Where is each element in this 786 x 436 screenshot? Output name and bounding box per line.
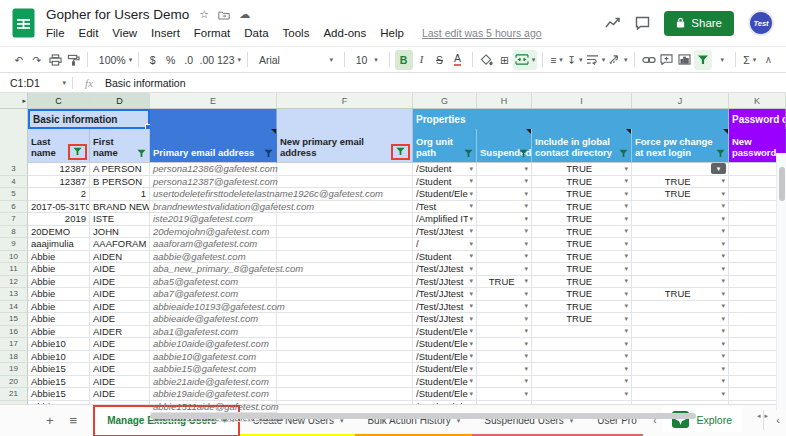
dropdown-caret-icon[interactable]: ▾ xyxy=(524,390,528,398)
vertical-align-button[interactable]: ↧▾ xyxy=(565,50,584,70)
header-first-name[interactable]: First name xyxy=(90,129,150,163)
menu-add-ons[interactable]: Add-ons xyxy=(323,27,366,39)
cell-org-unit-path[interactable]: /Student/Eler▾ xyxy=(413,388,477,401)
cell-include-directory[interactable]: ▾ xyxy=(532,351,632,364)
cell-include-directory[interactable]: TRUE▾ xyxy=(532,176,632,189)
cell-new-primary-email[interactable] xyxy=(277,388,413,401)
cell-first-name[interactable]: AIDE xyxy=(90,263,150,276)
dropdown-caret-icon[interactable]: ▾ xyxy=(524,177,528,185)
merge-cells-button[interactable]: ▾ xyxy=(513,50,536,70)
cell-first-name[interactable]: AIDE xyxy=(90,351,150,364)
unhide-columns-icon[interactable]: ▸ xyxy=(22,97,26,105)
header-last-name[interactable]: Last name xyxy=(28,129,90,163)
cell-last-name[interactable]: Abbie15 xyxy=(28,376,90,389)
dropdown-caret-icon[interactable]: ▾ xyxy=(624,165,628,173)
dropdown-caret-icon[interactable]: ▾ xyxy=(524,290,528,298)
cell-force-pw-change[interactable]: ▾ xyxy=(632,376,729,389)
cell-new-primary-email[interactable] xyxy=(277,276,413,289)
cell-primary-email[interactable]: aabbie@gafetest.com xyxy=(150,251,277,264)
insert-link-button[interactable] xyxy=(640,50,658,70)
cell-include-directory[interactable]: ▾ xyxy=(532,388,632,401)
dropdown-caret-icon[interactable]: ▾ xyxy=(721,177,725,185)
column-header-j[interactable]: J xyxy=(632,93,729,108)
dropdown-caret-icon[interactable]: ▾ xyxy=(469,352,473,360)
cell-org-unit-path[interactable]: /Student▾ xyxy=(413,251,477,264)
font-size-select[interactable]: 10▾ xyxy=(350,50,384,70)
cell-suspended[interactable]: ▾ xyxy=(477,376,532,389)
cell-first-name[interactable]: 1 xyxy=(90,188,150,201)
dropdown-caret-icon[interactable]: ▾ xyxy=(721,302,725,310)
cell-primary-email[interactable]: 20demojohn@gafetest.com xyxy=(150,226,277,239)
cell-force-pw-change[interactable]: ▾ xyxy=(632,301,729,314)
cell-e1[interactable] xyxy=(150,109,277,129)
format-percent-button[interactable]: % xyxy=(162,50,180,70)
cell-last-name[interactable]: 12387 xyxy=(28,163,90,176)
dropdown-caret-icon[interactable]: ▾ xyxy=(524,340,528,348)
horizontal-scrollbar[interactable] xyxy=(150,413,696,419)
column-header-c[interactable]: C xyxy=(28,93,90,108)
dropdown-caret-icon[interactable]: ▾ xyxy=(469,252,473,260)
cell-org-unit-path[interactable]: /Test/JJtest▾ xyxy=(413,226,477,239)
cell-include-directory[interactable]: ▾ xyxy=(532,338,632,351)
row-number[interactable]: 8 xyxy=(0,226,28,239)
cell-org-unit-path[interactable]: /Student/Eler▾ xyxy=(413,188,477,201)
cell-last-name[interactable]: Abbie xyxy=(28,288,90,301)
dropdown-caret-icon[interactable]: ▾ xyxy=(624,377,628,385)
dropdown-caret-icon[interactable]: ▾ xyxy=(469,340,473,348)
cell-new-primary-email[interactable] xyxy=(277,376,413,389)
cell-suspended[interactable]: ▾ xyxy=(477,301,532,314)
undo-button[interactable]: ↶ xyxy=(10,50,28,70)
cell-suspended[interactable]: ▾ xyxy=(477,251,532,264)
dropdown-caret-icon[interactable]: ▾ xyxy=(721,315,725,323)
cell-include-directory[interactable]: TRUE▾ xyxy=(532,301,632,314)
header-suspended[interactable]: Suspended xyxy=(477,129,532,163)
cell-primary-email[interactable]: abbieaide@gafetest.com xyxy=(150,313,277,326)
filter-funnel-icon[interactable] xyxy=(264,149,273,158)
cell-org-unit-path[interactable]: /Test/JJtest▾ xyxy=(413,263,477,276)
cell-basic-information[interactable]: Basic information xyxy=(28,109,150,129)
dropdown-caret-icon[interactable]: ▾ xyxy=(624,302,628,310)
insert-comment-button[interactable] xyxy=(658,50,676,70)
cell-last-name[interactable]: 2 xyxy=(28,188,90,201)
dropdown-caret-icon[interactable]: ▾ xyxy=(524,227,528,235)
cell-last-name[interactable]: Abbie15 xyxy=(28,388,90,401)
cell-last-name[interactable]: aaajimulia xyxy=(28,238,90,251)
insert-chart-button[interactable] xyxy=(676,50,694,70)
cell-suspended[interactable]: ▾ xyxy=(477,263,532,276)
cell-org-unit-path[interactable]: /Test/JJtest▾ xyxy=(413,276,477,289)
row-number[interactable]: 7 xyxy=(0,213,28,226)
dropdown-caret-icon[interactable]: ▾ xyxy=(469,202,473,210)
cell-first-name[interactable]: AIDE xyxy=(90,388,150,401)
cell-primary-email[interactable]: usertodeletefirsttodeletelastname1926c@g… xyxy=(150,188,277,201)
column-header-h[interactable]: H xyxy=(477,93,532,108)
cell-org-unit-path[interactable]: /Student/Eler▾ xyxy=(413,338,477,351)
cell-primary-email[interactable]: aba7@gafetest.com xyxy=(150,288,277,301)
cell-org-unit-path[interactable]: /Test/JJtest▾ xyxy=(413,301,477,314)
dropdown-caret-icon[interactable]: ▾ xyxy=(721,215,725,223)
cell-primary-email[interactable]: abbie21aide@gafetest.com xyxy=(150,376,277,389)
cell-force-pw-change[interactable]: ▾ xyxy=(632,363,729,376)
collapse-toolbar-button[interactable]: ∧ xyxy=(759,54,778,65)
cell-last-name[interactable]: 2017-05-31T04: xyxy=(28,201,90,214)
strikethrough-button[interactable]: S xyxy=(431,50,449,70)
dropdown-caret-icon[interactable]: ▾ xyxy=(624,390,628,398)
cell-include-directory[interactable]: ▾ xyxy=(532,326,632,339)
cell-last-name[interactable]: Abbie xyxy=(28,251,90,264)
cell-include-directory[interactable]: TRUE▾ xyxy=(532,226,632,239)
dropdown-caret-icon[interactable]: ▾ xyxy=(624,277,628,285)
cell-org-unit-path[interactable]: /Student/Eler▾ xyxy=(413,376,477,389)
cell-new-primary-email[interactable] xyxy=(277,213,413,226)
cell-force-pw-change[interactable]: ▾ xyxy=(632,226,729,239)
cell-org-unit-path[interactable]: /Student/Eler▾ xyxy=(413,363,477,376)
cell-last-name[interactable]: Abbie xyxy=(28,263,90,276)
cell-new-primary-email[interactable] xyxy=(277,288,413,301)
cell-suspended[interactable]: ▾ xyxy=(477,326,532,339)
cell-primary-email[interactable]: abbie19aide@gafetest.com xyxy=(150,388,277,401)
dropdown-caret-icon[interactable]: ▾ xyxy=(624,240,628,248)
dropdown-caret-icon[interactable]: ▾ xyxy=(469,227,473,235)
name-box[interactable]: C1:D1 ▾ xyxy=(0,77,72,89)
dropdown-caret-icon[interactable]: ▾ xyxy=(721,290,725,298)
header-include-directory[interactable]: Include in global contact directory xyxy=(532,129,632,163)
dropdown-caret-icon[interactable]: ▾ xyxy=(624,352,628,360)
dropdown-caret-icon[interactable]: ▾ xyxy=(624,190,628,198)
